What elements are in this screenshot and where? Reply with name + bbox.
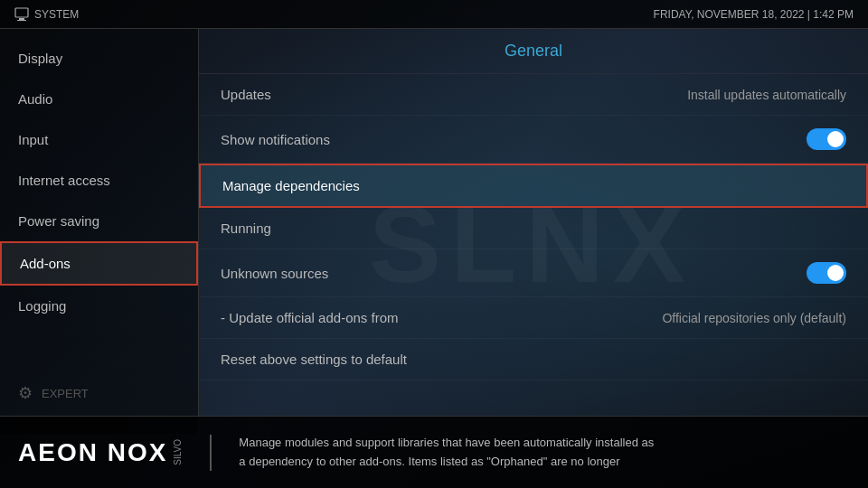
logo-sub: SILVO <box>173 439 183 465</box>
manage-deps-label: Manage dependencies <box>222 178 360 193</box>
sidebar-item-audio[interactable]: Audio <box>0 79 198 119</box>
update-addons-value: Official repositories only (default) <box>662 311 846 325</box>
content-area: General Updates Install updates automati… <box>199 29 868 434</box>
notifications-label: Show notifications <box>221 132 330 147</box>
top-bar-left: SYSTEM <box>14 7 79 22</box>
svg-rect-0 <box>15 8 28 17</box>
unknown-sources-toggle[interactable] <box>807 262 846 284</box>
notifications-toggle[interactable] <box>807 128 846 150</box>
datetime-display: FRIDAY, NOVEMBER 18, 2022 | 1:42 PM <box>654 8 854 21</box>
top-bar: SYSTEM FRIDAY, NOVEMBER 18, 2022 | 1:42 … <box>0 0 868 29</box>
svg-rect-2 <box>17 20 26 21</box>
logo-area: AEON NOX SILVO <box>18 438 183 467</box>
row-show-notifications[interactable]: Show notifications <box>199 116 868 164</box>
bottom-bar: AEON NOX SILVO Manage modules and suppor… <box>0 416 868 488</box>
row-unknown-sources[interactable]: Unknown sources <box>199 249 868 297</box>
row-reset-settings[interactable]: Reset above settings to default <box>199 339 868 380</box>
logo-main: AEON NOX <box>18 438 167 467</box>
reset-label: Reset above settings to default <box>221 352 407 367</box>
update-addons-label: - Update official add-ons from <box>221 310 399 325</box>
updates-value: Install updates automatically <box>687 88 846 102</box>
main-layout: Display Audio Input Internet access Powe… <box>0 29 868 434</box>
sidebar-item-internet-access[interactable]: Internet access <box>0 160 198 201</box>
unknown-sources-label: Unknown sources <box>221 266 328 281</box>
sidebar-item-power-saving[interactable]: Power saving <box>0 201 198 241</box>
settings-list: Updates Install updates automatically Sh… <box>199 74 868 380</box>
updates-label: Updates <box>221 87 271 102</box>
running-label: Running <box>221 221 271 236</box>
system-label: SYSTEM <box>34 8 79 21</box>
row-manage-dependencies[interactable]: Manage dependencies <box>199 164 868 208</box>
sidebar-item-add-ons[interactable]: Add-ons <box>0 241 198 286</box>
sidebar-item-display[interactable]: Display <box>0 38 198 79</box>
svg-rect-1 <box>19 18 24 20</box>
logo-divider <box>210 435 212 471</box>
sidebar: Display Audio Input Internet access Powe… <box>0 29 199 434</box>
system-icon <box>14 7 29 22</box>
section-title: General <box>199 29 868 74</box>
bottom-description: Manage modules and support libraries tha… <box>239 434 654 472</box>
row-update-addons[interactable]: - Update official add-ons from Official … <box>199 297 868 339</box>
sidebar-item-input[interactable]: Input <box>0 119 198 160</box>
sidebar-item-logging[interactable]: Logging <box>0 286 198 326</box>
row-updates[interactable]: Updates Install updates automatically <box>199 74 868 116</box>
row-running[interactable]: Running <box>199 208 868 249</box>
